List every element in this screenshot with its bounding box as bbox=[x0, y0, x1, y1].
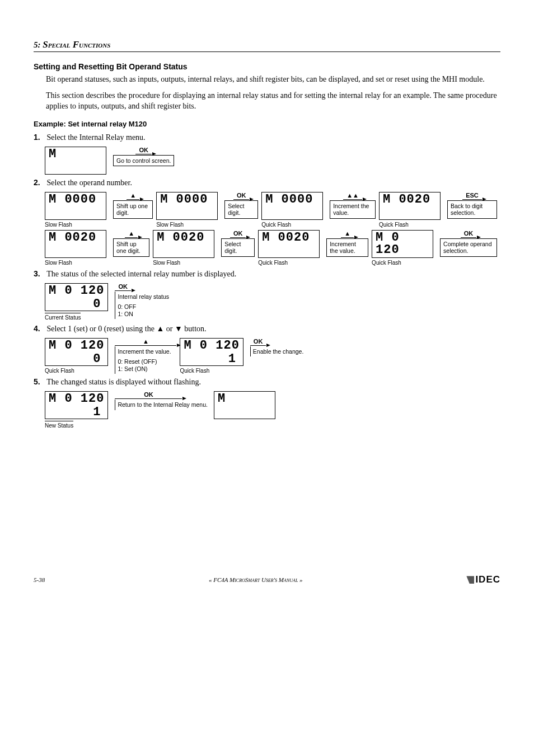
lcd: M 0 120 0 bbox=[45, 283, 108, 311]
lcd: M 0000 bbox=[156, 192, 218, 220]
action-increment: Increment the value. bbox=[326, 238, 368, 257]
step-num: 5. bbox=[34, 377, 45, 386]
brand-text: IDEC bbox=[475, 574, 500, 585]
step-num: 1. bbox=[34, 133, 45, 142]
action-shift-up: Shift up one digit. bbox=[113, 200, 153, 219]
action-select-digit: Select digit. bbox=[221, 238, 255, 257]
step-text-post: button. bbox=[182, 325, 207, 333]
key-up: ▲ bbox=[127, 192, 139, 200]
step-num: 4. bbox=[34, 324, 45, 333]
lcd: M 0 120 bbox=[372, 230, 433, 258]
lcd: M 0000 bbox=[261, 192, 323, 220]
lcd: M 0 120 0 bbox=[45, 338, 108, 366]
up-icon bbox=[156, 325, 164, 333]
action-enable: Enable the change. bbox=[250, 346, 307, 357]
action-back-digit: Back to digit selection. bbox=[447, 200, 497, 219]
brand-logo: IDEC bbox=[466, 574, 500, 585]
chapter-title: Special Functions bbox=[43, 40, 110, 49]
step-text-pre: Select 1 (set) or 0 (reset) using the bbox=[47, 325, 157, 333]
caption-slow: Slow Flash bbox=[45, 222, 72, 228]
step-1: 1. Select the Internal Relay menu. bbox=[34, 133, 500, 142]
step-num: 2. bbox=[34, 178, 45, 187]
step-4: 4. Select 1 (set) or 0 (reset) using the… bbox=[34, 324, 500, 334]
lcd: M 0020 bbox=[258, 230, 320, 258]
caption-slow: Slow Flash bbox=[156, 222, 184, 228]
caption-quick: Quick Flash bbox=[261, 222, 291, 228]
action-reset-set: 0: Reset (OFF) 1: Set (ON) bbox=[115, 356, 160, 374]
step5-flow: M 0 120 1 New Status OK Return to the In… bbox=[45, 391, 500, 429]
logo-icon bbox=[466, 576, 474, 584]
caption-quick: Quick Flash bbox=[379, 222, 409, 228]
lcd: M 0020 bbox=[379, 192, 441, 220]
key-ok: OK bbox=[115, 283, 131, 291]
caption-current-status: Current Status bbox=[45, 313, 81, 321]
key-ok: OK bbox=[115, 391, 182, 399]
caption-slow: Slow Flash bbox=[153, 260, 180, 266]
chapter-num: 5: bbox=[34, 40, 41, 49]
lcd: M 0000 bbox=[45, 192, 106, 220]
action-select-digit: Select digit. bbox=[224, 200, 258, 219]
step-num: 3. bbox=[34, 269, 45, 278]
page-footer: 5-38 « FC4A MicroSmart User's Manual » I… bbox=[34, 574, 500, 585]
lcd: M 0020 bbox=[45, 230, 106, 258]
step-text: The changed status is displayed without … bbox=[46, 378, 201, 386]
caption-quick: Quick Flash bbox=[45, 368, 74, 374]
action-increment-val: Increment the value. bbox=[115, 346, 174, 357]
key-up: ▲ bbox=[341, 230, 354, 238]
chapter-heading: 5: Special Functions bbox=[34, 39, 500, 52]
action-relay-status: Internal relay status bbox=[115, 292, 172, 302]
action-increment: Increment the value. bbox=[330, 200, 376, 219]
lcd: M 0 120 1 bbox=[180, 338, 243, 366]
step2-row-a: M 0000 Slow Flash ▲ Shift up one digit. … bbox=[45, 192, 500, 228]
step-3: 3. The status of the selected internal r… bbox=[34, 269, 500, 279]
step1-flow: M OK Go to control screen. bbox=[45, 147, 500, 175]
lcd-M-end: M bbox=[214, 391, 275, 419]
caption-new-status: New Status bbox=[45, 421, 73, 429]
example-heading: Example: Set internal relay M120 bbox=[34, 120, 500, 128]
down-icon bbox=[175, 325, 182, 333]
key-ok: OK bbox=[461, 230, 477, 238]
section-para-1: Bit operand statuses, such as inputs, ou… bbox=[46, 74, 500, 85]
step-text-mid: or bbox=[164, 325, 175, 333]
step-text: The status of the selected internal rela… bbox=[46, 270, 236, 278]
key-ok: OK bbox=[250, 338, 266, 346]
action-off-on: 0: OFF 1: ON bbox=[115, 302, 148, 319]
key-up: ▲ bbox=[125, 230, 138, 238]
step-5: 5. The changed status is displayed witho… bbox=[34, 377, 500, 387]
lcd: M 0 120 1 bbox=[45, 391, 108, 419]
action-complete: Complete operand selection. bbox=[440, 238, 497, 257]
key-ok: OK bbox=[135, 147, 152, 154]
action-go-control: Go to control screen. bbox=[113, 155, 174, 167]
section-para-2: This section describes the procedure for… bbox=[46, 91, 500, 112]
caption-slow: Slow Flash bbox=[45, 260, 72, 266]
lcd-M: M bbox=[45, 147, 106, 175]
action-shift-up: Shift up one digit. bbox=[113, 238, 149, 257]
key-upup: ▲▲ bbox=[343, 192, 362, 200]
key-esc: ESC bbox=[462, 192, 482, 200]
lcd: M 0020 bbox=[153, 230, 214, 258]
step3-flow: M 0 120 0 Current Status OK Internal rel… bbox=[45, 283, 500, 321]
caption-quick: Quick Flash bbox=[180, 368, 209, 374]
step-text: Select the Internal Relay menu. bbox=[47, 133, 146, 142]
caption-quick: Quick Flash bbox=[372, 260, 401, 266]
key-ok: OK bbox=[230, 230, 246, 238]
step2-row-b: M 0020 Slow Flash ▲ Shift up one digit. … bbox=[45, 230, 500, 266]
step-text: Select the operand number. bbox=[47, 179, 132, 187]
manual-title: « FC4A MicroSmart User's Manual » bbox=[45, 576, 466, 583]
key-ok: OK bbox=[233, 192, 250, 200]
page-number: 5-38 bbox=[34, 576, 45, 583]
caption-quick: Quick Flash bbox=[258, 260, 288, 266]
section-title: Setting and Resetting Bit Operand Status bbox=[34, 62, 500, 71]
action-return-menu: Return to the Internal Relay menu. bbox=[115, 400, 210, 410]
step4-flow: M 0 120 0 Quick Flash ▲ Increment the va… bbox=[45, 338, 500, 374]
step-2: 2. Select the operand number. bbox=[34, 178, 500, 187]
key-up: ▲ bbox=[115, 338, 176, 346]
